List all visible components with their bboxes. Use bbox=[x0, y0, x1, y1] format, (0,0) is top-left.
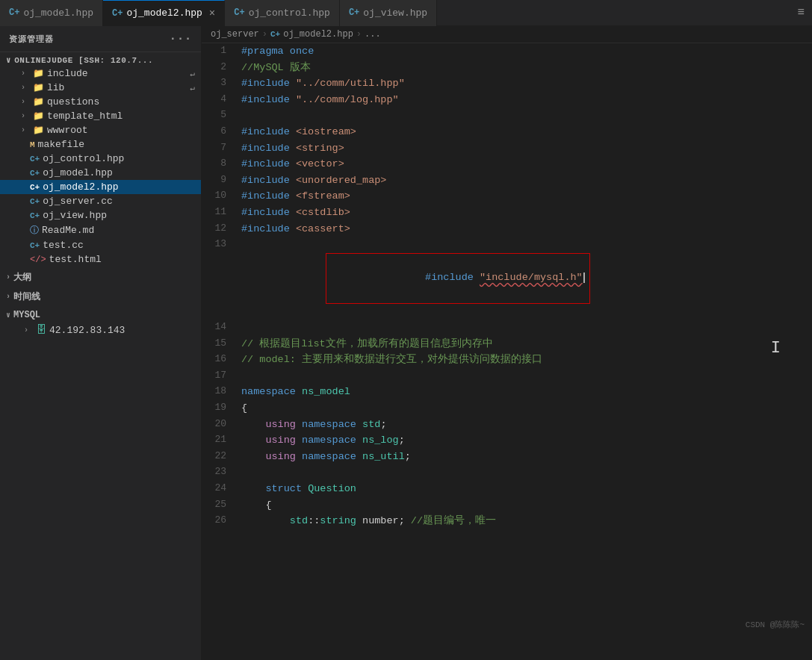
line-number: 2 bbox=[202, 60, 235, 76]
tab-control-hpp[interactable]: C+ oj_control.hpp bbox=[225, 0, 340, 26]
line-content[interactable]: using namespace std; bbox=[235, 417, 812, 433]
sidebar-item-label: test.cc bbox=[43, 240, 84, 251]
line-content[interactable] bbox=[235, 320, 812, 336]
sidebar-item-test-html[interactable]: </> test.html bbox=[0, 252, 201, 267]
line-content[interactable]: { bbox=[235, 497, 812, 514]
tab-overflow-button[interactable]: ≡ bbox=[790, 6, 812, 19]
line-number: 23 bbox=[202, 464, 235, 481]
tab-label: oj_model2.hpp bbox=[126, 7, 202, 19]
line-content[interactable]: //MySQL 版本 bbox=[235, 60, 812, 76]
table-row: 13 #include "include/mysql.h" bbox=[202, 237, 812, 320]
line-content[interactable]: // model: 主要用来和数据进行交互，对外提供访问数据的接口 bbox=[235, 352, 812, 368]
sidebar-item-oj-control[interactable]: C+ oj_control.hpp bbox=[0, 152, 201, 166]
sidebar-item-oj-model2[interactable]: C+ oj_model2.hpp bbox=[0, 180, 201, 194]
line-number: 15 bbox=[202, 336, 235, 352]
sidebar-item-readme[interactable]: ⓘ ReadMe.md bbox=[0, 222, 201, 238]
line-content[interactable]: using namespace ns_log; bbox=[235, 432, 812, 449]
table-row: 17 bbox=[202, 368, 812, 385]
file-cc-icon: C+ bbox=[30, 197, 40, 206]
chevron-down-icon: ∨ bbox=[6, 311, 10, 320]
line-content[interactable] bbox=[235, 464, 812, 481]
tab-model-hpp[interactable]: C+ oj_model.hpp bbox=[0, 0, 103, 26]
timeline-label: 时间线 bbox=[13, 290, 40, 303]
line-number: 4 bbox=[202, 92, 235, 108]
sidebar-item-include[interactable]: › 📁 include ↵ bbox=[0, 66, 201, 81]
line-content[interactable]: #include <fstream> bbox=[235, 188, 812, 205]
chevron-down-icon: ∨ bbox=[6, 55, 11, 65]
file-html-icon: </> bbox=[30, 255, 46, 265]
line-content[interactable]: #pragma once bbox=[235, 43, 812, 60]
line-content[interactable]: #include <iostream> bbox=[235, 124, 812, 140]
sidebar-item-template-html[interactable]: › 📁 template_html bbox=[0, 109, 201, 123]
line-content[interactable]: using namespace ns_util; bbox=[235, 449, 812, 465]
mysql-section[interactable]: ∨ MYSQL bbox=[0, 305, 201, 323]
folder-icon: 📁 bbox=[33, 96, 44, 108]
code-container[interactable]: 1 #pragma once 2 //MySQL 版本 3 #include "… bbox=[202, 43, 812, 660]
sidebar-item-oj-model[interactable]: C+ oj_model.hpp bbox=[0, 166, 201, 180]
tab-bar: C+ oj_model.hpp C+ oj_model2.hpp × C+ oj… bbox=[0, 0, 812, 26]
table-row: 21 using namespace ns_log; bbox=[202, 432, 812, 449]
table-row: 24 struct Question bbox=[202, 481, 812, 497]
editor-area: oj_server › C+ oj_model2.hpp › ... 1 #pr… bbox=[202, 26, 812, 660]
timeline-section[interactable]: › 时间线 bbox=[0, 286, 201, 305]
line-content[interactable]: #include "../comm/util.hpp" bbox=[235, 75, 812, 92]
line-content[interactable] bbox=[235, 108, 812, 124]
breadcrumb-item-dots[interactable]: ... bbox=[365, 29, 381, 40]
table-row: 8 #include <vector> bbox=[202, 156, 812, 172]
sidebar-item-label: oj_control.hpp bbox=[43, 153, 124, 164]
outline-section[interactable]: › 大纲 bbox=[0, 267, 201, 286]
table-row: 16 // model: 主要用来和数据进行交互，对外提供访问数据的接口 bbox=[202, 352, 812, 368]
chevron-right-icon: › bbox=[21, 69, 30, 78]
table-row: 12 #include <cassert> bbox=[202, 221, 812, 237]
line-content[interactable]: namespace ns_model bbox=[235, 384, 812, 400]
sidebar-item-label: template_html bbox=[47, 110, 123, 122]
table-row: 3 #include "../comm/util.hpp" bbox=[202, 75, 812, 92]
table-row: 10 #include <fstream> bbox=[202, 188, 812, 205]
line-content[interactable]: { bbox=[235, 400, 812, 417]
sidebar-item-wwwroot[interactable]: › 📁 wwwroot bbox=[0, 123, 201, 137]
line-content[interactable]: std::string number; //题目编号，唯一 bbox=[235, 513, 812, 529]
sidebar-item-test-cc[interactable]: C+ test.cc bbox=[0, 238, 201, 252]
sidebar-section-label: ∨ ONLINEJUDGE [SSH: 120.7... bbox=[0, 52, 201, 66]
mysql-db-item[interactable]: › 🗄 42.192.83.143 bbox=[0, 323, 201, 337]
outline-label: 大纲 bbox=[13, 271, 31, 284]
table-row: 11 #include <cstdlib> bbox=[202, 205, 812, 221]
line-number: 10 bbox=[202, 188, 235, 205]
line-content[interactable]: #include <cassert> bbox=[235, 221, 812, 237]
breadcrumb-item-server[interactable]: oj_server bbox=[211, 29, 259, 40]
watermark: CSDN @陈陈陈~ bbox=[746, 619, 805, 630]
tab-view-hpp[interactable]: C+ oj_view.hpp bbox=[340, 0, 437, 26]
tab-label: oj_control.hpp bbox=[249, 7, 330, 19]
line-content[interactable]: // 根据题目list文件，加载所有的题目信息到内存中 bbox=[235, 336, 812, 352]
tab-label: oj_view.hpp bbox=[363, 7, 427, 19]
tab-label: oj_model.hpp bbox=[23, 7, 93, 19]
sidebar-item-makefile[interactable]: M makefile bbox=[0, 137, 201, 152]
code-table: 1 #pragma once 2 //MySQL 版本 3 #include "… bbox=[202, 43, 812, 529]
line-content[interactable] bbox=[235, 368, 812, 385]
sidebar-item-label: oj_model.hpp bbox=[43, 167, 113, 178]
line-content[interactable]: #include <vector> bbox=[235, 156, 812, 172]
tab-model2-hpp[interactable]: C+ oj_model2.hpp × bbox=[103, 0, 225, 26]
line-content[interactable]: #include "../comm/log.hpp" bbox=[235, 92, 812, 108]
line-content[interactable]: #include <cstdlib> bbox=[235, 205, 812, 221]
line-number: 22 bbox=[202, 449, 235, 465]
sidebar-item-oj-view[interactable]: C+ oj_view.hpp bbox=[0, 208, 201, 222]
sidebar-item-label: include bbox=[47, 68, 88, 79]
table-row: 1 #pragma once bbox=[202, 43, 812, 60]
line-content[interactable]: #include "include/mysql.h" bbox=[235, 237, 812, 320]
table-row: 14 bbox=[202, 320, 812, 336]
breadcrumb-sep: › bbox=[262, 29, 267, 40]
line-number: 17 bbox=[202, 368, 235, 385]
line-content[interactable]: #include <string> bbox=[235, 140, 812, 157]
sidebar-item-lib[interactable]: › 📁 lib ↵ bbox=[0, 81, 201, 95]
line-number: 5 bbox=[202, 108, 235, 124]
sidebar-item-label: wwwroot bbox=[47, 125, 88, 136]
line-content[interactable]: struct Question bbox=[235, 481, 812, 497]
sidebar-item-oj-server[interactable]: C+ oj_server.cc bbox=[0, 194, 201, 208]
line-content[interactable]: #include <unordered_map> bbox=[235, 172, 812, 189]
tab-close-button[interactable]: × bbox=[209, 7, 215, 19]
breadcrumb-item-file[interactable]: oj_model2.hpp bbox=[283, 29, 353, 40]
sidebar-item-questions[interactable]: › 📁 questions bbox=[0, 95, 201, 109]
table-row: 15 // 根据题目list文件，加载所有的题目信息到内存中 bbox=[202, 336, 812, 352]
sidebar-dots-button[interactable]: ··· bbox=[170, 32, 192, 46]
